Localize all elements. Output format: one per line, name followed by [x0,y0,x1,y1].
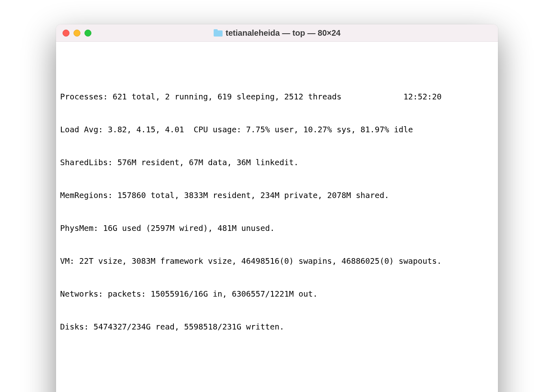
processes-line: Processes: 621 total, 2 running, 619 sle… [60,92,342,101]
physmem-line: PhysMem: 16G used (2597M wired), 481M un… [60,223,494,234]
terminal-window: tetianaleheida — top — 80×24 Processes: … [56,24,498,392]
traffic-lights [56,30,91,37]
window-titlebar[interactable]: tetianaleheida — top — 80×24 [56,24,498,42]
disks-line: Disks: 5474327/234G read, 5598518/231G w… [60,321,494,332]
sharedlibs-line: SharedLibs: 576M resident, 67M data, 36M… [60,157,494,168]
folder-icon [214,29,223,37]
vm-line: VM: 22T vsize, 3083M framework vsize, 46… [60,256,494,267]
terminal-content[interactable]: Processes: 621 total, 2 running, 619 sle… [56,42,498,392]
top-summary: Processes: 621 total, 2 running, 619 sle… [60,69,494,387]
close-button[interactable] [63,30,69,37]
networks-line: Networks: packets: 15055916/16G in, 6306… [60,289,494,299]
load-line: Load Avg: 3.82, 4.15, 4.01 CPU usage: 7.… [60,124,494,135]
window-title: tetianaleheida — top — 80×24 [226,28,341,38]
memregions-line: MemRegions: 157860 total, 3833M resident… [60,190,494,201]
clock: 12:52:20 [403,92,441,101]
minimize-button[interactable] [74,30,80,37]
zoom-button[interactable] [84,30,91,37]
